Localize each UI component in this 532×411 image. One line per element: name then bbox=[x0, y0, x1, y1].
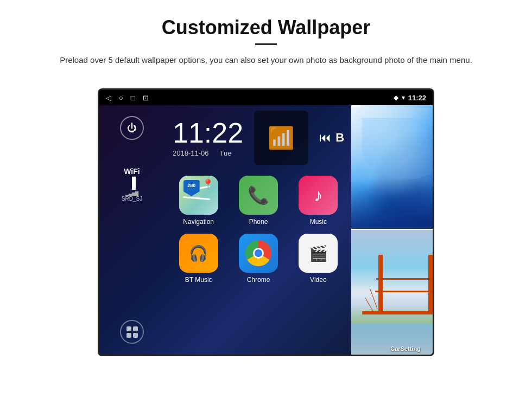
wifi-icon: ▾ bbox=[402, 94, 405, 101]
status-left: ◁ ○ □ ⊡ bbox=[106, 94, 149, 102]
home-icon[interactable]: ○ bbox=[119, 94, 123, 102]
bt-music-icon: 🎧 bbox=[179, 234, 218, 273]
page-title: Customized Wallpaper bbox=[43, 16, 489, 39]
clock-date-value: 2018-11-06 bbox=[173, 149, 209, 157]
status-bar: ◁ ○ □ ⊡ ◆ ▾ 11:22 bbox=[99, 90, 433, 105]
video-label: Video bbox=[310, 276, 326, 284]
wallpaper-ice-cave[interactable] bbox=[351, 105, 434, 230]
phone-label: Phone bbox=[249, 218, 268, 226]
wallpaper-bridge[interactable]: CarSetting bbox=[351, 230, 434, 355]
app-bt-music[interactable]: 🎧 BT Music bbox=[173, 234, 224, 284]
phone-icon-glyph: 📞 bbox=[248, 185, 269, 206]
bridge-image bbox=[351, 230, 434, 355]
media-widget: 📶 bbox=[254, 111, 308, 165]
app-grid: 280 📍 Navigation 📞 Pho bbox=[173, 176, 344, 284]
phone-icon: 📞 bbox=[239, 176, 278, 215]
navigation-label: Navigation bbox=[183, 218, 214, 226]
navigation-icon: 280 📍 bbox=[179, 176, 218, 215]
app-music[interactable]: ♪ Music bbox=[293, 176, 344, 226]
bridge-tower-left bbox=[378, 255, 383, 311]
power-icon: ⏻ bbox=[127, 123, 137, 134]
app-navigation[interactable]: 280 📍 Navigation bbox=[173, 176, 224, 226]
clock-day: Tue bbox=[220, 149, 232, 157]
title-divider bbox=[255, 43, 277, 45]
carsetting-label: CarSetting bbox=[351, 345, 434, 352]
location-icon: ◆ bbox=[394, 94, 398, 101]
chrome-inner-circle bbox=[253, 248, 264, 259]
page-header: Customized Wallpaper Preload over 5 defa… bbox=[0, 0, 532, 78]
wifi-bars-visual: ▁▃▅▇ bbox=[122, 190, 142, 196]
clock-time: 11:22 bbox=[173, 119, 243, 147]
signal-icon: 📶 bbox=[268, 125, 295, 151]
wallpaper-thumbnails: CarSetting bbox=[351, 105, 434, 355]
clock-section: 11:22 2018-11-06 Tue 📶 ⏮ B bbox=[173, 111, 344, 165]
wifi-widget: WiFi ▐ ▁▃▅▇ SRD_SJ bbox=[122, 167, 142, 202]
bt-icon-glyph: 🎧 bbox=[189, 245, 208, 262]
device-frame: ◁ ○ □ ⊡ ◆ ▾ 11:22 ⏻ WiFi ▐ bbox=[98, 88, 434, 356]
status-right: ◆ ▾ 11:22 bbox=[394, 94, 426, 102]
prev-track-icon[interactable]: ⏮ bbox=[319, 131, 331, 145]
video-icon: 🎬 bbox=[299, 234, 338, 273]
music-icon: ♪ bbox=[299, 176, 338, 215]
screenshot-icon[interactable]: ⊡ bbox=[143, 94, 149, 102]
wifi-bars: ▐ bbox=[122, 177, 142, 189]
main-area: 11:22 2018-11-06 Tue 📶 ⏮ B bbox=[164, 105, 352, 355]
wifi-network: SRD_SJ bbox=[122, 196, 142, 202]
music-icon-glyph: ♪ bbox=[314, 185, 322, 206]
app-chrome[interactable]: Chrome bbox=[232, 234, 284, 284]
track-label: B bbox=[335, 131, 344, 145]
music-label: Music bbox=[310, 218, 327, 226]
clock-date: 2018-11-06 Tue bbox=[173, 149, 243, 157]
app-phone[interactable]: 📞 Phone bbox=[232, 176, 284, 226]
back-icon[interactable]: ◁ bbox=[106, 94, 111, 102]
chrome-logo bbox=[245, 240, 271, 266]
apps-grid-icon bbox=[124, 324, 140, 340]
app-video[interactable]: 🎬 Video bbox=[293, 234, 344, 284]
chrome-icon bbox=[239, 234, 278, 273]
bt-music-label: BT Music bbox=[185, 276, 212, 284]
status-time: 11:22 bbox=[408, 94, 426, 102]
wifi-label: WiFi bbox=[122, 167, 142, 176]
power-button[interactable]: ⏻ bbox=[120, 116, 144, 140]
clock-display: 11:22 2018-11-06 Tue bbox=[173, 119, 243, 157]
apps-button[interactable] bbox=[120, 320, 144, 344]
bridge-tower-right bbox=[428, 255, 433, 311]
main-content: ◁ ○ □ ⊡ ◆ ▾ 11:22 ⏻ WiFi ▐ bbox=[0, 78, 532, 373]
page-subtitle: Preload over 5 default wallpaper options… bbox=[60, 54, 472, 67]
video-icon-glyph: 🎬 bbox=[309, 245, 328, 262]
sidebar: ⏻ WiFi ▐ ▁▃▅▇ SRD_SJ bbox=[99, 105, 164, 355]
media-controls: ⏮ B bbox=[319, 131, 344, 145]
chrome-label: Chrome bbox=[247, 276, 270, 284]
recents-icon[interactable]: □ bbox=[131, 94, 135, 102]
ice-cave-image bbox=[351, 105, 434, 229]
screen-content: ⏻ WiFi ▐ ▁▃▅▇ SRD_SJ bbox=[99, 105, 433, 355]
